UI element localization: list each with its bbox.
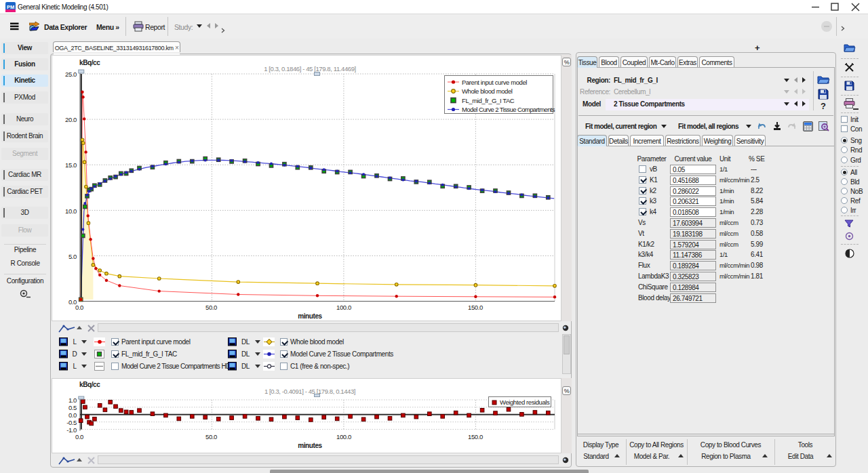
svg-text:PM: PM [7,4,14,10]
